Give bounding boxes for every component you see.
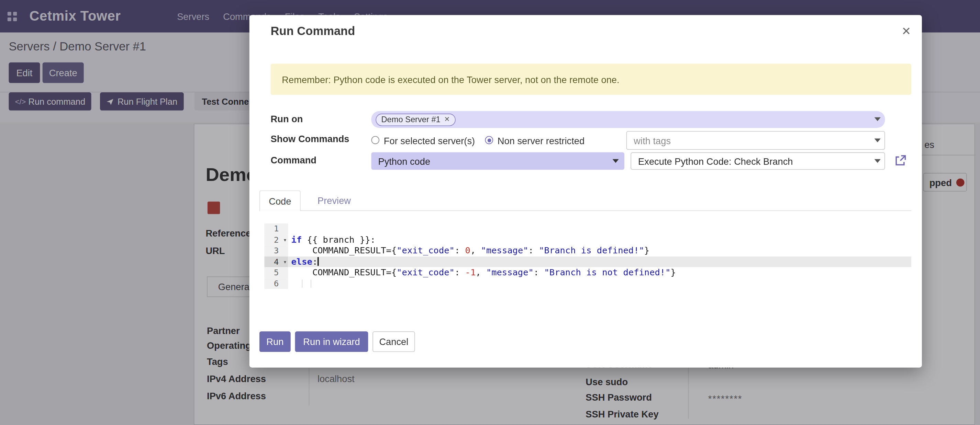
code-token: "exit_code"	[396, 267, 455, 277]
python-warning-alert: Remember: Python code is executed on the…	[271, 63, 911, 95]
text-cursor	[318, 257, 319, 265]
command-select[interactable]: Execute Python Code: Check Branch	[630, 152, 885, 170]
code-token: ,	[471, 245, 481, 255]
run-command-modal: Run Command ✕ Remember: Python code is e…	[250, 15, 922, 368]
editor-line[interactable]: 5 COMMAND_RESULT={"exit_code": -1, "mess…	[264, 267, 911, 278]
code-token: {{ branch }}:	[302, 235, 375, 244]
code-token: "Branch is not defined!"	[544, 267, 671, 277]
code-token: COMMAND_RESULT={	[291, 267, 397, 277]
editor-line[interactable]: 6	[264, 278, 911, 289]
with-tags-caret-icon	[875, 139, 881, 143]
code-token: else	[291, 256, 312, 266]
tab-code[interactable]: Code	[259, 190, 301, 211]
radio-selected-servers[interactable]	[371, 136, 379, 144]
code-token: 0	[465, 245, 471, 255]
server-chip[interactable]: Demo Server #1 ✕	[375, 113, 456, 126]
editor-line[interactable]: 1	[264, 224, 911, 235]
editor-gutter-cell[interactable]: 6	[264, 278, 288, 289]
indent-guide	[302, 279, 303, 288]
code-token: -1	[465, 267, 476, 277]
run-on-label: Run on	[271, 114, 303, 124]
code-editor[interactable]: 12▾if {{ branch }}:3 COMMAND_RESULT={"ex…	[264, 224, 911, 289]
with-tags-select[interactable]: with tags	[627, 131, 885, 150]
command-label: Command	[271, 155, 317, 165]
code-token: COMMAND_RESULT={	[291, 245, 397, 255]
code-token: if	[291, 235, 302, 244]
code-token: :	[534, 267, 544, 277]
radio-selected-servers-label[interactable]: For selected server(s)	[384, 135, 475, 146]
code-token: "exit_code"	[396, 245, 455, 255]
code-token: :	[528, 245, 539, 255]
close-icon[interactable]: ✕	[898, 23, 914, 39]
editor-line[interactable]: 4▾else:	[264, 256, 911, 267]
editor-line[interactable]: 2▾if {{ branch }}:	[264, 235, 911, 246]
indent-guide	[311, 279, 311, 288]
code-token: :	[455, 267, 465, 277]
code-token: :	[312, 256, 318, 266]
editor-code-line[interactable]	[288, 224, 911, 235]
editor-gutter-cell[interactable]: 1	[264, 224, 288, 235]
code-token: }	[644, 245, 649, 255]
fold-arrow-icon[interactable]: ▾	[283, 235, 287, 246]
cancel-button[interactable]: Cancel	[372, 331, 415, 352]
code-token: "message"	[481, 245, 528, 255]
chip-remove-icon[interactable]: ✕	[444, 115, 450, 124]
run-on-caret-icon	[875, 117, 881, 121]
radio-non-server-restricted-label[interactable]: Non server restricted	[498, 135, 584, 146]
command-type-caret-icon	[612, 159, 619, 163]
external-link-icon[interactable]	[894, 154, 907, 167]
radio-non-server-restricted[interactable]	[485, 136, 493, 144]
server-chip-label: Demo Server #1	[382, 115, 441, 124]
tab-preview[interactable]: Preview	[310, 190, 358, 211]
code-token: "Branch is defined!"	[539, 245, 644, 255]
editor-code-line[interactable]: if {{ branch }}:	[288, 235, 911, 246]
editor-code-line[interactable]: COMMAND_RESULT={"exit_code": -1, "messag…	[288, 267, 911, 278]
alert-text: Remember: Python code is executed on the…	[282, 74, 619, 84]
editor-gutter-cell[interactable]: 5	[264, 267, 288, 278]
run-on-field[interactable]: Demo Server #1 ✕	[371, 111, 885, 128]
editor-code-line[interactable]: else:	[288, 256, 911, 267]
code-token: "message"	[486, 267, 534, 277]
editor-gutter-cell[interactable]: 3	[264, 245, 288, 256]
modal-title: Run Command	[271, 24, 355, 38]
code-token: ,	[476, 267, 486, 277]
editor-code-line[interactable]	[288, 278, 911, 289]
editor-code-line[interactable]: COMMAND_RESULT={"exit_code": 0, "message…	[288, 245, 911, 256]
screenshot-stage: Cetmix Tower Servers Commands Files Tool…	[0, 0, 980, 425]
tabs-underline	[259, 211, 911, 211]
editor-gutter-cell[interactable]: 4▾	[264, 256, 288, 267]
command-caret-icon	[875, 159, 881, 163]
code-token: :	[455, 245, 465, 255]
code-token: }	[670, 267, 676, 277]
run-button[interactable]: Run	[259, 331, 291, 352]
command-type-select[interactable]: Python code	[371, 152, 624, 170]
editor-line[interactable]: 3 COMMAND_RESULT={"exit_code": 0, "messa…	[264, 245, 911, 256]
fold-arrow-icon[interactable]: ▾	[283, 256, 287, 267]
run-in-wizard-button[interactable]: Run in wizard	[295, 331, 368, 352]
show-commands-label: Show Commands	[271, 133, 350, 144]
editor-gutter-cell[interactable]: 2▾	[264, 235, 288, 246]
